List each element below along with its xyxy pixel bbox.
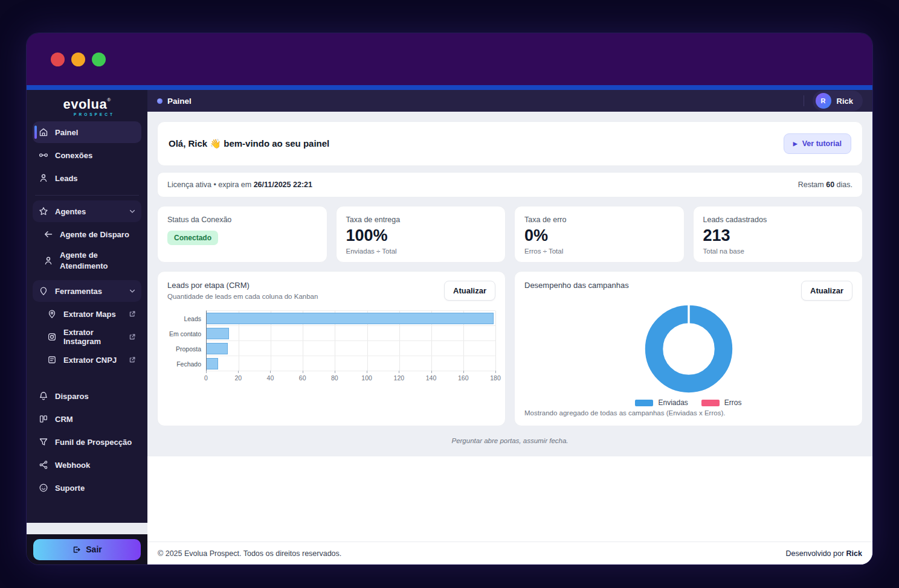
donut-chart-title: Desempenho das campanhas [524,281,629,290]
sidebar-item-agente-de-atendimento[interactable]: Agente de Atendimento [37,246,141,275]
sidebar-gap [27,523,147,534]
top-bar: Painel R Rick [147,90,872,112]
donut-chart-note: Mostrando agregado de todas as campanhas… [524,409,852,417]
bar-proposta [207,343,228,354]
tick-mark [367,371,367,373]
page-title: Painel [167,97,192,106]
donut-chart-card: Desempenho das campanhas Atualizar [514,271,863,426]
logo-word: evolua [63,97,107,112]
header-divider [804,95,804,106]
sidebar-item-disparos[interactable]: Disparos [33,385,141,407]
sidebar-item-extrator-cnpj[interactable]: Extrator CNPJ [41,349,141,371]
bar-row [207,311,495,326]
axis-tick-label: 180 [490,374,501,382]
logo-text: evolua® [33,98,141,111]
sidebar-item-label: Extrator Maps [63,310,116,319]
bar-category-label: Proposta [167,341,206,356]
sidebar-item-label: Disparos [55,392,89,401]
chevron-down-icon [129,208,136,215]
sidebar-item-extrator-instagram[interactable]: Extrator Instagram [41,326,141,348]
window-maximize-button[interactable] [92,53,106,66]
sidebar-group-ferramentas[interactable]: Ferramentas [33,280,141,302]
donut-svg [643,303,735,395]
stat-subtext: Enviadas ÷ Total [346,248,496,255]
external-link-icon [129,310,136,318]
axis-tick-label: 120 [394,374,405,382]
sidebar-item-leads[interactable]: Leads [33,167,141,189]
days-prefix: Restam [798,181,826,189]
stat-value: 100% [346,227,496,245]
tick-mark [463,371,464,373]
bar-chart-refresh-button[interactable]: Atualizar [444,281,495,301]
tick-mark [495,371,496,373]
accent-strip [27,85,872,90]
bar-row [207,341,495,356]
bar-chart-card: Leads por etapa (CRM) Quantidade de lead… [157,271,506,426]
stat-card-delivery-rate: Taxa de entrega 100% Enviadas ÷ Total [336,206,506,263]
tick-mark [399,371,399,373]
stat-card-leads-count: Leads cadastrados 213 Total na base [693,206,863,263]
document-icon [47,355,57,365]
bar-row [207,326,495,341]
sidebar-item-webhook[interactable]: Webhook [33,454,141,476]
chevron-down-icon [129,287,136,295]
donut-chart-refresh-button[interactable]: Atualizar [801,281,852,301]
app-window: evolua® PROSPECT Painel Conexões [27,33,872,564]
legend-swatch-erros [701,400,720,406]
axis-tick-label: 160 [458,374,469,382]
tick-mark [303,371,303,373]
arrow-left-icon [43,229,53,240]
sidebar-item-crm[interactable]: CRM [33,408,141,430]
charts-row: Leads por etapa (CRM) Quantidade de lead… [157,271,863,426]
sidebar-item-extrator-maps[interactable]: Extrator Maps [41,303,141,325]
license-status-text: Licença ativa • expira em [167,181,254,189]
bar-chart-subtitle: Quantidade de leads em cada coluna do Ka… [167,293,318,300]
stats-row: Status da Conexão Conectado Taxa de entr… [157,206,863,263]
tutorial-button[interactable]: ▶ Ver tutorial [784,133,851,154]
stat-label: Leads cadastrados [703,216,853,224]
sidebar-item-label: Extrator Instagram [63,328,122,346]
bar-em-contato [207,328,229,339]
bar-chart-plot [206,310,495,371]
logout-button[interactable]: Sair [33,539,141,560]
welcome-card: Olá, Rick 👋 bem-vindo ao seu painel ▶ Ve… [157,121,863,166]
sidebar-item-conexoes[interactable]: Conexões [33,144,141,166]
window-close-button[interactable] [51,53,65,66]
developer-credit: Desenvolvido por Rick [786,549,862,558]
user-icon [43,256,53,266]
license-card: Licença ativa • expira em 26/11/2025 22:… [157,172,863,197]
sidebar-footer: Sair [27,534,147,564]
sidebar-item-label: Ferramentas [55,287,102,296]
sidebar-item-painel[interactable]: Painel [33,121,141,143]
user-menu[interactable]: R Rick [813,91,863,111]
credit-prefix: Desenvolvido por [786,549,846,558]
sidebar-item-suporte[interactable]: Suporte [33,477,141,499]
stat-label: Status da Conexão [167,216,317,224]
license-expiry: 26/11/2025 22:21 [254,181,312,189]
axis-tick-label: 140 [426,374,437,382]
bar-chart-axis: 020406080100120140160180 [206,371,495,383]
license-days-remaining: Restam 60 dias. [798,181,852,189]
bar-category-label: Fechado [167,356,206,371]
legend-item-enviadas: Enviadas [635,398,688,407]
sidebar-item-funil-de-prospeccao[interactable]: Funil de Prospecção [33,431,141,453]
user-name: Rick [837,97,853,106]
stat-subtext: Erros ÷ Total [524,248,674,255]
axis-tick-label: 60 [299,374,306,382]
sidebar-group-agentes[interactable]: Agentes [33,200,141,222]
sidebar-item-agente-de-disparo[interactable]: Agente de Disparo [37,223,141,245]
avatar: R [816,93,831,109]
legend-label: Enviadas [658,398,688,407]
map-pin-icon [47,309,57,319]
logo: evolua® PROSPECT [33,90,141,120]
stat-card-connection: Status da Conexão Conectado [157,206,327,263]
status-dot-icon [157,98,163,104]
sidebar: evolua® PROSPECT Painel Conexões [27,90,147,564]
play-icon: ▶ [793,141,798,147]
bar-fechado [207,358,218,369]
motivational-quote: Perguntar abre portas, assumir fecha. [157,437,863,444]
window-minimize-button[interactable] [71,53,85,66]
legend-item-erros: Erros [701,398,742,407]
sidebar-item-label: CRM [55,415,73,424]
empty-area [147,456,872,542]
